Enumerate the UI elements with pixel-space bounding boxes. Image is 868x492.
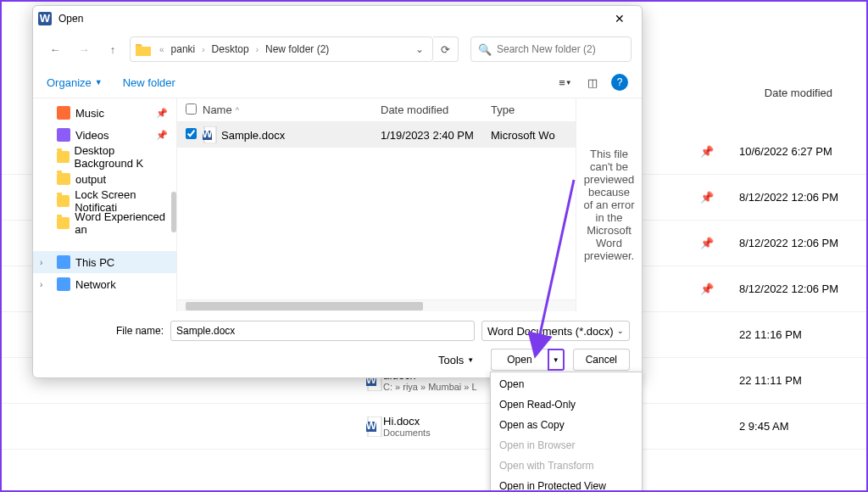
open-options-menu: Open Open Read-Only Open as Copy Open in… [490,372,643,492]
sidebar-item-this-pc[interactable]: ›This PC [33,251,176,273]
col-type[interactable]: Type [491,103,576,116]
open-dropdown-button[interactable]: ▼ [548,349,565,371]
folder-icon [57,173,70,185]
sidebar: Music📌 Videos📌 Desktop Background K outp… [33,98,177,311]
back-button[interactable]: ← [43,37,67,61]
svg-text:W: W [203,127,213,140]
menu-open-copy[interactable]: Open as Copy [491,415,642,435]
word-doc-icon: W [203,126,218,143]
sidebar-item-folder[interactable]: Word Experienced an [33,212,176,234]
video-icon [57,128,70,142]
toolbar: Organize ▼ New folder ≡ ▼ ◫ ? [33,67,642,98]
open-split-button: Open ▼ [491,349,564,371]
menu-open[interactable]: Open [491,374,642,394]
view-list-button[interactable]: ≡ ▼ [554,72,577,92]
pin-icon[interactable]: 📌 [700,282,714,295]
tools-button[interactable]: Tools ▼ [438,354,474,366]
up-button[interactable]: ↑ [101,37,125,61]
preview-pane: This file can't be previewed because of … [576,98,642,311]
file-list: Name ^ Date modified Type WSample.docx 1… [177,98,576,311]
sidebar-scrollbar[interactable] [171,192,176,232]
titlebar: W Open ✕ [33,6,642,31]
sidebar-item-music[interactable]: Music📌 [33,102,176,124]
open-button[interactable]: Open [491,349,547,371]
bg-col-date: Date modified [765,87,832,99]
menu-open-readonly[interactable]: Open Read-Only [491,394,642,415]
word-app-icon: W [38,12,52,25]
folder-icon [57,195,70,207]
search-icon: 🔍 [478,43,492,56]
sidebar-item-network[interactable]: ›Network [33,273,176,295]
filename-input[interactable] [170,321,475,341]
search-input[interactable]: 🔍 [470,36,632,62]
sidebar-item-videos[interactable]: Videos📌 [33,124,176,146]
col-name[interactable]: Name ^ [203,103,381,116]
folder-icon [57,217,70,229]
col-date[interactable]: Date modified [381,103,491,116]
pc-icon [57,255,70,269]
chevron-down-icon[interactable]: ⌄ [412,43,427,55]
column-header: Name ^ Date modified Type [177,98,576,122]
pin-icon[interactable]: 📌 [700,237,714,249]
chevron-down-icon: ▼ [553,356,559,364]
file-type-filter[interactable]: Word Documents (*.docx)⌄ [481,321,630,341]
pin-icon: 📌 [156,108,168,119]
preview-pane-button[interactable]: ◫ [581,72,604,92]
file-row[interactable]: WSample.docx 1/19/2023 2:40 PM Microsoft… [177,122,576,148]
search-field[interactable] [497,43,624,55]
word-doc-icon: W [366,417,383,437]
menu-open-browser: Open in Browser [491,435,642,456]
dialog-footer: File name: Word Documents (*.docx)⌄ Tool… [33,311,642,377]
file-checkbox[interactable] [186,128,197,139]
help-button[interactable]: ? [611,74,628,91]
new-folder-button[interactable]: New folder [123,76,175,89]
refresh-button[interactable]: ⟳ [433,36,459,62]
music-icon [57,106,70,120]
nav-bar: ← → ↑ « panki› Desktop› New folder (2) ⌄… [33,31,642,67]
select-all-checkbox[interactable] [186,103,197,115]
svg-text:W: W [40,12,51,25]
horizontal-scrollbar[interactable] [177,299,576,311]
filename-label: File name: [45,325,164,337]
breadcrumb[interactable]: « panki› Desktop› New folder (2) ⌄ [130,36,433,62]
sidebar-item-folder[interactable]: output [33,168,176,190]
pin-icon: 📌 [156,130,168,141]
cancel-button[interactable]: Cancel [573,349,630,371]
network-icon [57,277,70,291]
bg-row[interactable]: W Hi.docxDocuments2 9:45 AM [2,404,866,450]
pin-icon[interactable]: 📌 [700,145,714,158]
folder-icon [136,42,151,56]
open-dialog: W Open ✕ ← → ↑ « panki› Desktop› New fol… [32,5,643,378]
chevron-down-icon: ⌄ [617,327,624,335]
folder-icon [57,151,70,163]
pin-icon[interactable]: 📌 [700,191,714,204]
chevron-down-icon: ▼ [95,78,103,87]
menu-open-protected[interactable]: Open in Protected View [491,476,642,492]
menu-open-transform: Open with Transform [491,456,642,476]
close-button[interactable]: ✕ [603,12,637,25]
dialog-title: Open [58,13,603,25]
organize-button[interactable]: Organize ▼ [47,76,103,89]
sidebar-item-folder[interactable]: Desktop Background K [33,146,176,168]
expand-icon[interactable]: › [40,258,42,267]
expand-icon[interactable]: › [40,280,42,289]
forward-button[interactable]: → [72,37,96,61]
sidebar-item-folder[interactable]: Lock Screen Notificati [33,190,176,212]
chevron-down-icon: ▼ [467,356,474,364]
svg-text:W: W [366,419,377,432]
